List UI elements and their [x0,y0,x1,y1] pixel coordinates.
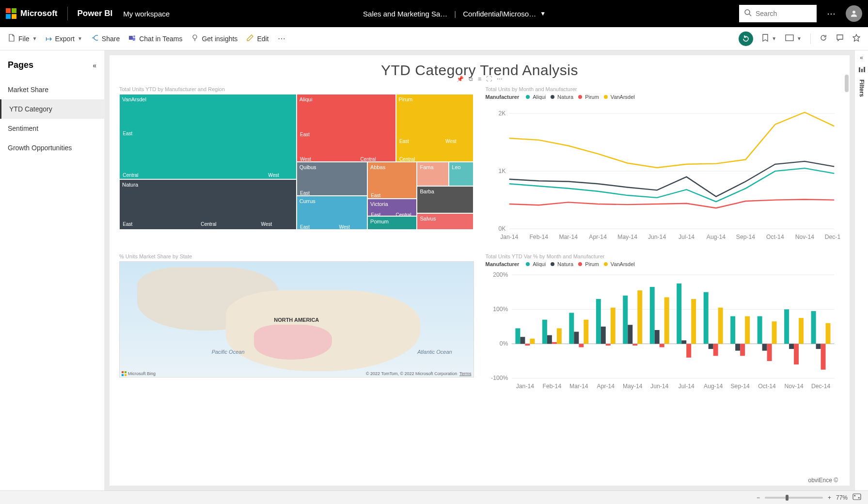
chevron-down-icon: ▼ [772,36,776,41]
refresh-button[interactable] [820,34,827,44]
bookmark-button[interactable]: ▼ [762,34,776,44]
treemap-region-label: West [445,139,457,144]
svg-rect-91 [821,344,825,369]
legend-swatch [578,95,582,99]
svg-line-1 [749,14,751,16]
chevron-down-icon[interactable]: ▼ [540,10,546,17]
report-name[interactable]: Sales and Marketing Sa… [363,10,447,18]
zoom-slider[interactable] [765,497,823,499]
pages-header: Pages « [0,58,104,80]
report-credit: obviEnce © [808,477,838,484]
svg-rect-71 [686,344,691,357]
map-pacific-label: Pacific Ocean [212,349,245,355]
pin-icon[interactable]: 📌 [457,76,464,82]
zoom-out-button[interactable]: − [757,494,760,501]
file-menu[interactable]: File ▼ [8,34,37,44]
svg-text:Jul-14: Jul-14 [678,383,694,390]
page-tab[interactable]: YTD Category [0,99,104,119]
page-tab[interactable]: Growth Opportunities [0,138,104,158]
filters-pane-collapsed[interactable]: « Filters [854,50,868,490]
separator [67,7,68,20]
treemap-region-label: East [300,132,310,137]
svg-rect-58 [600,326,605,344]
teams-icon [128,34,136,44]
global-header: Microsoft Power BI My workspace Sales an… [0,0,868,27]
svg-text:Nov-14: Nov-14 [784,383,804,390]
page-tab[interactable]: Market Share [0,80,104,99]
treemap-cell[interactable]: Pirum [396,94,474,162]
svg-text:-100%: -100% [491,375,508,381]
svg-rect-87 [794,344,799,364]
more-icon[interactable]: ⋯ [497,76,503,82]
svg-rect-77 [730,316,735,344]
svg-rect-82 [762,344,767,350]
export-icon: ↦ [46,34,52,43]
map-visual[interactable]: % Units Market Share by State NORTH AMER… [119,253,474,395]
report-canvas[interactable]: YTD Category Trend Analysis 📌 ⧉ ≡ ⛶ ⋯ To… [110,55,850,486]
svg-rect-78 [735,344,740,350]
workspace-breadcrumb[interactable]: My workspace [123,10,170,18]
favorite-button[interactable] [852,34,860,44]
svg-rect-96 [853,494,861,500]
treemap-visual[interactable]: Total Units YTD by Manufacturer and Regi… [119,86,474,246]
legend-label[interactable]: Natura [557,94,573,100]
edit-button[interactable]: Edit [246,34,268,44]
page-tab[interactable]: Sentiment [0,119,104,138]
svg-rect-76 [718,307,723,344]
svg-text:200%: 200% [493,271,508,278]
copy-icon[interactable]: ⧉ [469,76,473,82]
legend-label[interactable]: Pirum [585,261,599,267]
legend-swatch [526,262,530,266]
svg-rect-72 [691,299,696,344]
product-label[interactable]: Power BI [78,9,113,18]
filter-icon[interactable]: ≡ [478,76,481,82]
search-input[interactable] [756,10,804,17]
legend-label[interactable]: Aliqui [533,94,546,100]
legend-label[interactable]: Natura [557,261,573,267]
reset-button[interactable] [739,32,753,46]
export-label: Export [55,35,74,43]
more-options-button[interactable]: ⋯ [822,5,840,22]
pencil-icon [246,34,254,44]
zoom-in-button[interactable]: + [828,494,831,501]
treemap-cell[interactable]: Pomum [367,216,417,230]
barchart-legend: ManufacturerAliquiNaturaPirumVanArsdel [486,261,840,267]
overflow-button[interactable]: ⋯ [278,34,285,43]
share-button[interactable]: Share [91,34,120,44]
status-bar: − + 77% [0,490,868,504]
account-avatar[interactable] [846,5,862,22]
expand-pane-icon[interactable]: « [860,54,863,61]
legend-label[interactable]: VanArsdel [611,261,635,267]
svg-rect-68 [664,297,669,344]
legend-label[interactable]: Pirum [585,94,599,100]
map-canvas[interactable]: NORTH AMERICA Pacific Ocean Atlantic Oce… [119,261,474,378]
treemap-cell[interactable]: Fama [417,162,449,186]
export-menu[interactable]: ↦ Export ▼ [46,34,82,43]
treemap-cell[interactable]: Barba [417,186,473,213]
legend-swatch [551,262,554,266]
chat-teams-button[interactable]: Chat in Teams [128,34,182,44]
barchart-visual[interactable]: Total Units YTD Var % by Month and Manuf… [486,253,840,395]
legend-label[interactable]: Aliqui [533,261,546,267]
comment-button[interactable] [836,34,844,44]
treemap-cell[interactable]: Salvus [417,213,473,230]
treemap-cell[interactable]: Aliqui [297,94,396,162]
insights-button[interactable]: Get insights [191,34,237,44]
svg-text:Apr-14: Apr-14 [597,383,615,390]
focus-icon[interactable]: ⛶ [486,76,492,82]
fit-page-button[interactable] [852,493,861,502]
scrollbar-thumb[interactable] [845,75,849,92]
legend-label[interactable]: VanArsdel [611,94,635,100]
microsoft-logo[interactable]: Microsoft [6,8,58,19]
svg-point-4 [133,35,135,37]
treemap-cell[interactable]: VanArsdel [119,94,297,179]
linechart-visual[interactable]: Total Units by Month and Manufacturer Ma… [486,86,840,246]
view-menu[interactable]: ▼ [785,34,802,43]
map-terms-link[interactable]: Terms [459,371,472,376]
treemap-cell[interactable]: Leo [449,162,473,186]
chat-label: Chat in Teams [139,35,182,43]
svg-rect-64 [637,290,642,344]
collapse-pane-icon[interactable]: « [93,62,96,69]
search-input-wrapper[interactable] [739,5,817,22]
sensitivity-label[interactable]: Confidential\Microso… [463,10,536,18]
